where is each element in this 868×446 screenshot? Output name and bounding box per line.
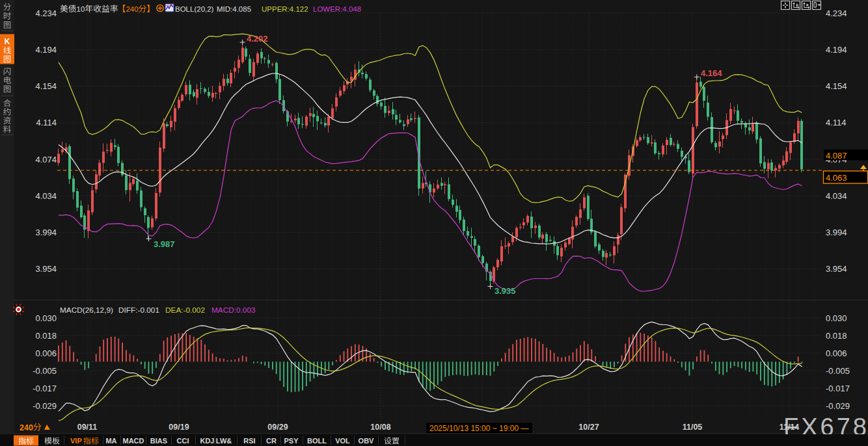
svg-text:MACD: MACD [123,437,144,445]
svg-text:240: 240 [20,423,33,432]
svg-text:4.074: 4.074 [35,155,57,164]
svg-text:3.954: 3.954 [826,264,847,274]
svg-text:CCI: CCI [177,437,189,445]
svg-text:-0.029: -0.029 [33,401,57,411]
svg-text:4.234: 4.234 [826,8,847,18]
svg-text:11/05: 11/05 [683,423,703,432]
svg-text:09/29: 09/29 [267,423,288,432]
svg-text:BOLL(20,2): BOLL(20,2) [175,5,214,13]
svg-text:0.030: 0.030 [35,313,57,323]
svg-text:MACD(26,12,9): MACD(26,12,9) [60,306,113,315]
svg-text:VIP: VIP [70,437,82,445]
svg-text:3.954: 3.954 [35,264,57,274]
svg-text:-0.029: -0.029 [826,401,850,411]
svg-text:4.114: 4.114 [36,118,57,127]
svg-text:MID:4.085: MID:4.085 [217,5,251,13]
svg-text:09/11: 09/11 [77,423,98,432]
svg-text:4.087: 4.087 [826,151,847,161]
svg-text:UPPER:4.122: UPPER:4.122 [262,5,308,13]
svg-text:4.234: 4.234 [35,8,57,18]
svg-text:4.164: 4.164 [701,68,722,78]
svg-text:-0.005: -0.005 [33,366,57,376]
svg-text:MA: MA [105,437,116,445]
svg-text:10/27: 10/27 [578,423,599,432]
svg-text:3.994: 3.994 [826,228,847,237]
svg-text:3.935: 3.935 [495,286,516,296]
svg-text:VOL: VOL [335,437,350,445]
svg-text:BIAS: BIAS [150,437,167,445]
svg-text:0.006: 0.006 [826,348,847,358]
svg-text:KDJ: KDJ [200,437,214,445]
svg-text:4.034: 4.034 [826,191,847,201]
svg-text:0.018: 0.018 [35,331,57,341]
svg-text:MACD:0.003: MACD:0.003 [211,306,256,315]
svg-text:BOLL: BOLL [307,437,327,445]
svg-text:-0.005: -0.005 [826,366,850,376]
svg-text:4.202: 4.202 [247,34,268,44]
svg-text:0.030: 0.030 [826,313,847,323]
svg-text:OBV: OBV [359,437,375,445]
svg-text:-0.017: -0.017 [33,384,57,393]
svg-text:DEA:-0.002: DEA:-0.002 [165,306,205,315]
svg-text:240: 240 [126,5,138,13]
svg-text:0.018: 0.018 [826,331,847,341]
svg-text:4.114: 4.114 [826,118,847,127]
svg-text:10/08: 10/08 [370,423,390,432]
svg-text:4.034: 4.034 [35,191,57,201]
svg-text:2025/10/13 15:00 ~ 19:00 —: 2025/10/13 15:00 ~ 19:00 — [429,424,528,433]
svg-text:0.006: 0.006 [35,348,57,358]
svg-text:3.994: 3.994 [35,228,57,237]
svg-text:CR: CR [266,437,277,445]
svg-text:4.194: 4.194 [35,45,57,55]
svg-text:RSI: RSI [243,437,255,445]
svg-text:09/19: 09/19 [169,423,189,432]
svg-text:4.063: 4.063 [826,173,847,183]
svg-text:-0.017: -0.017 [826,384,850,393]
svg-text:10: 10 [77,5,85,13]
svg-text:4.154: 4.154 [35,81,57,91]
svg-text:PSY: PSY [284,437,299,445]
svg-text:3.987: 3.987 [154,239,175,249]
svg-text:K: K [5,37,10,46]
svg-text:LW&: LW& [216,437,232,445]
svg-text:LOWER:4.048: LOWER:4.048 [313,5,361,13]
svg-text:DIFF:-0.001: DIFF:-0.001 [118,306,159,315]
svg-text:4.194: 4.194 [826,45,847,55]
svg-text:4.154: 4.154 [826,81,847,91]
